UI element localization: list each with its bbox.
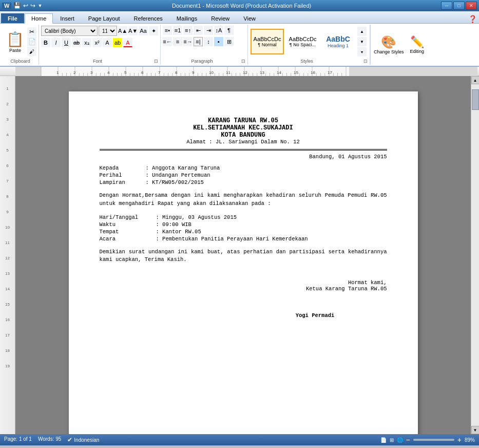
change-styles-button[interactable]: 🎨 Change Styles: [370, 25, 407, 65]
document-page[interactable]: KARANG TARUNA RW.05 KEL.SETIAMANAH KEC.S…: [69, 91, 418, 434]
style-normal-label: ¶ Normal: [258, 42, 276, 47]
zoom-in-button[interactable]: +: [457, 436, 462, 444]
bullets-button[interactable]: ≡•: [163, 26, 172, 35]
style-h1-preview: AaBbC: [326, 35, 350, 43]
underline-button[interactable]: U: [62, 38, 71, 47]
para-bottom-row: ≡← ≡ ≡→ ≡| ↕ ▪ ⊞: [163, 37, 234, 46]
style-scroll-up[interactable]: ▲: [357, 27, 367, 36]
align-center-button[interactable]: ≡: [173, 37, 182, 46]
paste-button[interactable]: 📋 Paste: [4, 30, 26, 54]
maximize-button[interactable]: □: [453, 2, 465, 10]
scroll-track[interactable]: [472, 84, 479, 426]
view-fullscreen-icon[interactable]: ⊞: [390, 437, 394, 443]
show-formatting-button[interactable]: ¶: [224, 26, 234, 35]
paragraph-controls: ≡• ≡1 ≡↑ ⇤ ⇥ ↕A ¶ ≡← ≡ ≡→ ≡| ↕ ▪ ⊞: [163, 26, 245, 58]
doc-signer: Yogi Permadi: [243, 312, 387, 319]
style-normal[interactable]: AaBbCcDc ¶ Normal: [251, 29, 284, 54]
border-button[interactable]: ⊞: [224, 37, 234, 46]
style-nospace-preview: AaBbCcDc: [289, 36, 317, 42]
tab-view[interactable]: View: [237, 13, 262, 23]
clear-format-button[interactable]: ✦: [149, 26, 158, 35]
main-area: 1 2 3 4 5 6 7 8 9 10 11 12 13 14 15 16 1…: [0, 76, 479, 434]
style-heading1[interactable]: AaBbC Heading 1: [321, 29, 355, 54]
style-scroll-down[interactable]: ▼: [357, 37, 367, 46]
scroll-up-button[interactable]: ▲: [471, 76, 480, 84]
font-color-button[interactable]: A: [123, 38, 132, 47]
line-spacing-button[interactable]: ↕: [204, 37, 213, 46]
styles-expand-icon[interactable]: ⊡: [363, 59, 368, 64]
justify-button[interactable]: ≡|: [194, 37, 203, 46]
style-more[interactable]: ▾: [357, 47, 367, 57]
regards-line2: Ketua Karang Taruna RW.05: [100, 286, 387, 292]
tab-page-layout[interactable]: Page Layout: [82, 13, 127, 23]
zoom-level: 89%: [465, 437, 475, 443]
font-family-select[interactable]: Calibri (Body): [41, 26, 98, 36]
format-painter-button[interactable]: 🖌: [27, 47, 36, 56]
document-area[interactable]: KARANG TARUNA RW.05 KEL.SETIAMANAH KEC.S…: [15, 76, 471, 434]
align-left-button[interactable]: ≡←: [163, 37, 172, 46]
editing-button[interactable]: ✏️ Editing: [407, 25, 428, 65]
numbering-button[interactable]: ≡1: [173, 26, 182, 35]
tab-review[interactable]: Review: [204, 13, 236, 23]
window-controls: ─ □ ✕: [441, 2, 477, 10]
superscript-button[interactable]: x²: [92, 38, 102, 47]
quick-save[interactable]: 💾: [13, 2, 21, 9]
view-web-icon[interactable]: 🌐: [397, 437, 403, 443]
shading-button[interactable]: ▪: [214, 37, 223, 46]
tab-references[interactable]: References: [127, 13, 169, 23]
help-icon[interactable]: ❓: [468, 15, 477, 23]
bold-button[interactable]: B: [41, 38, 50, 47]
title-bar: W 💾 ↩ ↪ ▼ Document1 - Microsoft Word (Pr…: [0, 0, 479, 11]
clipboard-group: 📋 Paste ✂ 📄 🖌 Clipboard: [2, 25, 39, 65]
field-perihal: Perihal : Undangan Pertemuan: [100, 172, 387, 178]
sort-button[interactable]: ↕A: [214, 26, 223, 35]
change-case-button[interactable]: Aa: [139, 26, 148, 35]
style-no-spacing[interactable]: AaBbCcDc ¶ No Spaci...: [286, 29, 319, 54]
title-text: Document1 - Microsoft Word (Product Acti…: [42, 3, 441, 9]
doc-signature: Hormat kami, Ketua Karang Taruna RW.05: [100, 279, 387, 292]
font-size-select[interactable]: 11: [99, 26, 117, 36]
schedule-waktu: Waktu : 09:00 WIB: [100, 221, 387, 228]
strikethrough-button[interactable]: ab: [72, 38, 81, 47]
quick-undo[interactable]: ↩: [23, 2, 28, 9]
cut-button[interactable]: ✂: [27, 27, 36, 36]
quick-dropdown[interactable]: ▼: [37, 3, 42, 8]
multilevel-button[interactable]: ≡↑: [183, 26, 193, 35]
quick-redo[interactable]: ↪: [30, 2, 35, 9]
zoom-slider[interactable]: [413, 439, 454, 441]
language-check-icon: ✔: [67, 436, 72, 443]
org-sub2: KOTA BANDUNG: [100, 132, 387, 139]
minimize-button[interactable]: ─: [441, 2, 452, 10]
copy-button[interactable]: 📄: [27, 37, 36, 46]
increase-font-button[interactable]: A▲: [118, 26, 127, 35]
scroll-thumb[interactable]: [472, 89, 479, 110]
zoom-out-button[interactable]: −: [406, 436, 410, 444]
close-button[interactable]: ✕: [466, 2, 477, 10]
org-sub1: KEL.SETIAMANAH KEC.SUKAJADI: [100, 124, 387, 132]
schedule-acara: Acara : Pembentukan Panitia Perayaan Har…: [100, 236, 387, 242]
text-highlight-button[interactable]: ab: [113, 38, 122, 47]
doc-body: Dengan Hormat,Bersama dengan ini kami me…: [100, 192, 387, 208]
decrease-indent-button[interactable]: ⇤: [194, 26, 203, 35]
schedule-tempat: Tempat : Kantor RW.05: [100, 229, 387, 235]
increase-indent-button[interactable]: ⇥: [204, 26, 213, 35]
tab-insert[interactable]: Insert: [53, 13, 81, 23]
subscript-button[interactable]: x₂: [82, 38, 91, 47]
scroll-down-button[interactable]: ▼: [471, 426, 480, 434]
font-bottom-row: B I U ab x₂ x² A ab A: [41, 38, 132, 47]
right-ribbon-area: 🎨 Change Styles ✏️ Editing: [370, 25, 427, 65]
decrease-font-button[interactable]: A▼: [128, 26, 138, 35]
paragraph-expand-icon[interactable]: ⊡: [241, 59, 245, 64]
paragraph-group: ≡• ≡1 ≡↑ ⇤ ⇥ ↕A ¶ ≡← ≡ ≡→ ≡| ↕ ▪ ⊞ Parag…: [161, 25, 248, 65]
doc-date: Bandung, 01 Agustus 2015: [100, 154, 387, 160]
tab-file[interactable]: File: [1, 13, 24, 23]
text-effect-button[interactable]: A: [103, 38, 112, 47]
align-right-button[interactable]: ≡→: [183, 37, 193, 46]
italic-button[interactable]: I: [51, 38, 61, 47]
view-print-icon[interactable]: 📄: [380, 437, 387, 443]
vertical-scrollbar[interactable]: ▲ ▼: [471, 76, 479, 434]
tab-mailings[interactable]: Mailings: [170, 13, 204, 23]
clipboard-label: Clipboard: [4, 59, 36, 64]
tab-home[interactable]: Home: [25, 13, 53, 24]
font-expand-icon[interactable]: ⊡: [154, 59, 158, 64]
